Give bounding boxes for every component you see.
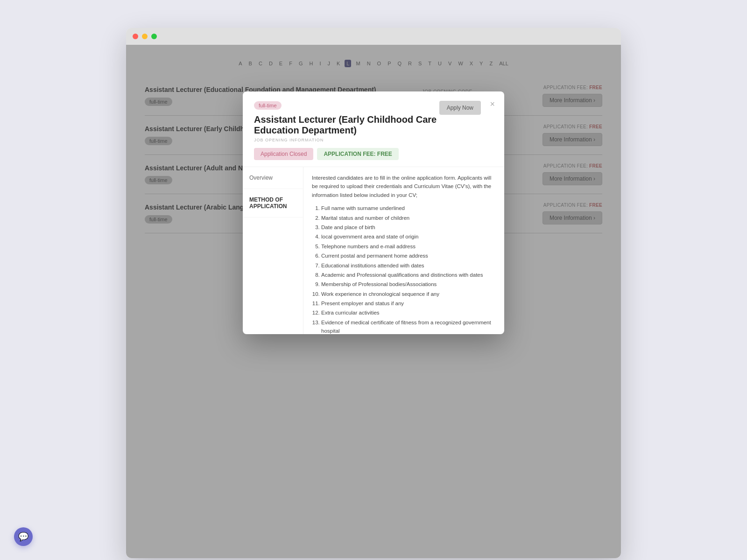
method-item-7: Academic and Professional qualifications… — [321, 271, 496, 279]
sidebar-item-overview[interactable]: Overview — [243, 167, 303, 189]
method-item-2: Date and place of birth — [321, 223, 496, 231]
job-modal: full-time Assistant Lecturer (Early Chil… — [243, 91, 504, 334]
method-item-5: Current postal and permanent home addres… — [321, 252, 496, 260]
overview-text: Interested candidates are to fill in the… — [312, 174, 496, 199]
modal-main-content: Interested candidates are to fill in the… — [303, 167, 504, 334]
method-item-8: Membership of Professional bodies/Associ… — [321, 280, 496, 288]
method-item-3: local government area and state of origi… — [321, 232, 496, 241]
apply-now-button[interactable]: Apply Now — [439, 101, 481, 115]
method-item-6: Educational institutions attended with d… — [321, 261, 496, 270]
method-item-12: Evidence of medical certificate of fitne… — [321, 318, 496, 334]
modal-close-button[interactable]: × — [490, 100, 495, 108]
method-item-1: Marital status and number of children — [321, 214, 496, 222]
modal-header: full-time Assistant Lecturer (Early Chil… — [243, 91, 504, 148]
browser-window: ABCDEFGHIJKLMNOPQRSTUVWXYZALL Assistant … — [126, 28, 621, 558]
browser-content: ABCDEFGHIJKLMNOPQRSTUVWXYZALL Assistant … — [126, 45, 621, 558]
chat-icon: 💬 — [18, 532, 28, 542]
modal-fulltime-badge: full-time — [254, 101, 282, 110]
modal-body: Overview METHOD OF APPLICATION Intereste… — [243, 167, 504, 334]
method-item-11: Extra curricular activities — [321, 308, 496, 317]
modal-subtitle: JOB OPENING INFORMATION — [254, 138, 493, 142]
application-fee-tab[interactable]: APPLICATION FEE: FREE — [317, 148, 398, 160]
close-traffic-light[interactable] — [133, 34, 138, 39]
modal-overlay[interactable]: full-time Assistant Lecturer (Early Chil… — [126, 45, 621, 558]
modal-tabs: Application Closed APPLICATION FEE: FREE — [243, 148, 504, 167]
chat-bubble[interactable]: 💬 — [14, 527, 33, 546]
browser-titlebar — [126, 28, 621, 45]
minimize-traffic-light[interactable] — [142, 34, 148, 39]
maximize-traffic-light[interactable] — [151, 34, 157, 39]
modal-sidebar: Overview METHOD OF APPLICATION — [243, 167, 303, 334]
method-item-0: Full name with surname underlined — [321, 204, 496, 212]
sidebar-item-method[interactable]: METHOD OF APPLICATION — [243, 189, 303, 217]
application-closed-tab[interactable]: Application Closed — [254, 148, 313, 160]
modal-title: Assistant Lecturer (Early Childhood Care… — [254, 114, 493, 136]
method-list: Full name with surname underlinedMarital… — [312, 204, 496, 334]
method-item-9: Work experience in chronological sequenc… — [321, 290, 496, 298]
method-item-10: Present employer and status if any — [321, 299, 496, 308]
method-item-4: Telephone numbers and e-mail address — [321, 242, 496, 251]
